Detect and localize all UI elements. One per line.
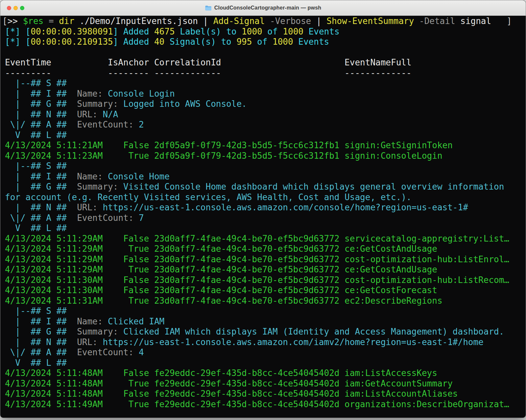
text-segment: V ## L ## — [5, 223, 67, 233]
text-segment: = — [43, 16, 59, 26]
text-segment: Events — [303, 27, 340, 36]
text-segment: URL: — [67, 337, 103, 347]
text-segment: V ## L ## — [5, 130, 67, 140]
text-segment: 4/13/2024 5:11:31AM True 23d0aff7-4fae-4… — [5, 296, 442, 306]
text-segment: Label(s) to — [175, 27, 242, 36]
text-segment: ] Added — [113, 37, 154, 47]
terminal-line: [*] [00:00:00.2109135] Added 40 Signal(s… — [5, 37, 526, 47]
terminal-line: \|/ ## A ## EventCount: 7 — [5, 213, 526, 223]
text-segment: |--## S ## — [5, 161, 67, 171]
text-segment: Add-Signal — [213, 16, 265, 26]
terminal-line: | ## G ## Summary: Clicked IAM which dis… — [5, 327, 526, 337]
text-segment: of — [252, 37, 273, 47]
text-segment: 4/13/2024 5:11:29AM True 23d0aff7-4fae-4… — [5, 244, 437, 254]
text-segment: Logged into AWS Console. — [123, 99, 247, 109]
terminal-line: V ## L ## — [5, 130, 526, 141]
text-segment: EventCount: — [67, 213, 139, 223]
terminal-line: | ## N ## URL: https://us-east-1.console… — [5, 202, 526, 213]
text-segment: >> — [8, 16, 23, 26]
text-segment: ] Added — [113, 27, 154, 36]
text-segment: [*] [ — [5, 27, 31, 36]
terminal-line: |--## S ## — [5, 78, 526, 89]
terminal-line: V ## L ## — [5, 358, 526, 368]
terminal-line: |--## S ## — [5, 306, 526, 316]
terminal-line: | ## N ## URL: N/A — [5, 109, 526, 120]
terminal-line: 4/13/2024 5:11:30AM False 23d0aff7-4fae-… — [5, 285, 526, 296]
text-segment: 4/13/2024 5:11:29AM False 23d0aff7-4fae-… — [5, 254, 509, 264]
zoom-button[interactable] — [20, 6, 24, 10]
terminal-line: [>> $res = dir ./Demo/InputEvents.json |… — [2, 16, 526, 27]
close-button[interactable] — [7, 6, 11, 10]
text-segment: 2 — [139, 120, 144, 129]
terminal-line: \|/ ## A ## EventCount: 2 — [5, 120, 526, 130]
text-segment: | ## I ## — [5, 172, 67, 181]
terminal-line: | ## G ## Summary: Logged into AWS Conso… — [5, 99, 526, 109]
terminal-window: CloudConsoleCartographer-main — pwsh [>>… — [0, 0, 526, 418]
text-segment: Console Login — [108, 89, 175, 99]
terminal-line: EventTime IsAnchor CorrelationId EventNa… — [5, 58, 526, 68]
text-segment: 4675 — [154, 27, 175, 36]
text-segment: | ## G ## — [5, 182, 67, 192]
text-segment — [5, 47, 10, 57]
terminal-line: [*] [00:00:00.3980091] Added 4675 Label(… — [5, 27, 526, 37]
text-segment: 4 — [139, 347, 144, 357]
text-segment: [*] [ — [5, 37, 31, 47]
text-segment: ./Demo/InputEvents.json | — [74, 16, 213, 26]
text-segment: | ## N ## — [5, 337, 67, 347]
text-segment: 4/13/2024 5:11:29AM True 23d0aff7-4fae-4… — [5, 265, 437, 274]
terminal-line: | ## G ## Summary: Visited Console Home … — [5, 182, 526, 192]
text-segment: URL: — [67, 109, 103, 119]
text-segment: 4/13/2024 5:11:30AM False 23d0aff7-4fae-… — [5, 275, 509, 285]
terminal-line: \|/ ## A ## EventCount: 4 — [5, 347, 526, 358]
text-segment: Console Home — [108, 172, 170, 181]
minimize-button[interactable] — [13, 6, 18, 10]
text-segment: Events — [293, 37, 329, 47]
text-segment: 00:00:00.2109135 — [31, 37, 113, 47]
window-title-group: CloudConsoleCartographer-main — pwsh — [205, 5, 321, 11]
terminal-line: 4/13/2024 5:11:29AM True 23d0aff7-4fae-4… — [5, 244, 526, 254]
terminal-line: 4/13/2024 5:11:29AM False 23d0aff7-4fae-… — [5, 234, 526, 244]
text-segment: --------- -------- ------------- -------… — [5, 68, 412, 78]
text-segment: Summary: — [67, 327, 123, 337]
text-segment: https://us-east-1.console.aws.amazon.com… — [103, 337, 483, 347]
text-segment: EventCount: — [67, 347, 139, 357]
terminal-line: | ## N ## URL: https://us-east-1.console… — [5, 337, 526, 348]
text-segment: | ## I ## — [5, 316, 67, 326]
text-segment: Clicked IAM — [108, 316, 164, 326]
text-segment: https://us-east-1.console.aws.amazon.com… — [103, 202, 468, 212]
text-segment: N/A — [103, 109, 118, 119]
terminal-line: V ## L ## — [5, 223, 526, 234]
text-segment: 4/13/2024 5:11:23AM True 2df05a9f-0f79-4… — [5, 151, 442, 161]
terminal-line: 4/13/2024 5:11:49AM True fe29eddc-29ef-4… — [5, 399, 526, 410]
terminal-line: 4/13/2024 5:11:30AM False 23d0aff7-4fae-… — [5, 275, 526, 286]
text-segment: dir — [59, 16, 74, 26]
text-segment: 4/13/2024 5:11:48AM False fe29eddc-29ef-… — [5, 368, 437, 378]
text-segment: V ## L ## — [5, 358, 67, 368]
text-segment: | — [311, 16, 326, 26]
terminal-line: 4/13/2024 5:11:31AM True 23d0aff7-4fae-4… — [5, 296, 526, 306]
terminal-line: | ## I ## Name: Console Home — [5, 172, 526, 182]
text-segment: for account (e.g. Recently Visited servi… — [5, 192, 412, 202]
titlebar[interactable]: CloudConsoleCartographer-main — pwsh — [0, 0, 526, 16]
text-segment: | ## I ## — [5, 89, 67, 99]
terminal-line: 4/13/2024 5:11:29AM True 23d0aff7-4fae-4… — [5, 265, 526, 275]
terminal-line — [5, 47, 526, 58]
text-segment: 7 — [139, 213, 144, 223]
text-segment: | ## G ## — [5, 99, 67, 109]
text-segment: 1000 — [242, 27, 262, 36]
text-segment: 4/13/2024 5:11:49AM True fe29eddc-29ef-4… — [5, 399, 509, 409]
folder-icon — [205, 5, 212, 11]
text-segment: 4/13/2024 5:11:21AM False 2df05a9f-0f79-… — [5, 140, 453, 150]
text-segment: Name: — [67, 316, 108, 326]
text-segment: -Verbose — [265, 16, 311, 26]
text-segment: 4/13/2024 5:11:48AM True fe29eddc-29ef-4… — [5, 379, 453, 388]
terminal-line: 4/13/2024 5:11:29AM False 23d0aff7-4fae-… — [5, 254, 526, 265]
text-segment: of — [262, 27, 283, 36]
text-segment: | ## N ## — [5, 202, 67, 212]
text-segment: EventCount: — [67, 120, 139, 129]
text-segment: 4/13/2024 5:11:29AM False 23d0aff7-4fae-… — [5, 234, 509, 244]
text-segment: \|/ ## A ## — [5, 120, 67, 129]
terminal-line: | ## I ## Name: Console Login — [5, 89, 526, 99]
terminal-output: [>> $res = dir ./Demo/InputEvents.json |… — [0, 16, 526, 418]
text-segment: |--## S ## — [5, 78, 67, 88]
